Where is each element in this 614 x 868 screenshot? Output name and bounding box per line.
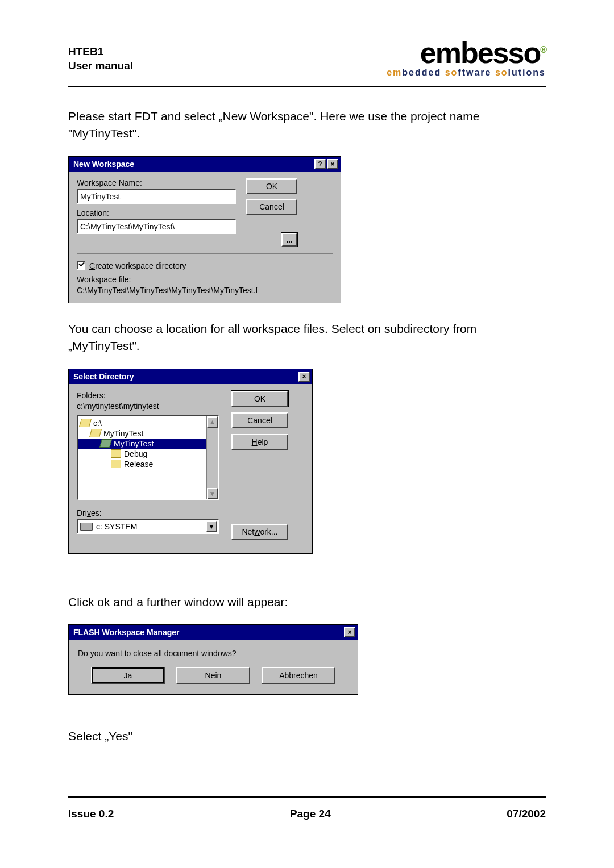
dropdown-icon[interactable]: ▼ (206, 521, 217, 532)
drives-label: Drives: (77, 508, 219, 518)
workspace-name-label: Workspace Name: (77, 178, 236, 187)
folder-tree[interactable]: c:\ MyTinyTest MyTinyTest Debug Release … (77, 415, 219, 500)
network-button[interactable]: Network... (231, 524, 288, 540)
footer-right: 07/2002 (507, 808, 546, 820)
close-icon[interactable]: × (298, 372, 310, 382)
scrollbar[interactable]: ▲ ▼ (206, 416, 218, 499)
select-directory-dialog: Select Directory × Folders: c:\mytinytes… (68, 369, 313, 554)
drive-value: c: SYSTEM (96, 522, 137, 531)
doc-id: HTEB1 (68, 44, 133, 59)
folder-open-icon (89, 429, 102, 437)
help-icon[interactable]: ? (314, 159, 326, 169)
folder-open-icon (99, 439, 112, 448)
nein-button[interactable]: Nein (176, 667, 250, 684)
close-icon[interactable]: × (327, 159, 338, 169)
ja-button[interactable]: Ja (91, 667, 165, 684)
browse-button[interactable]: ... (281, 233, 297, 247)
dialog-question: Do you want to close all document window… (78, 649, 349, 658)
tree-item-label: MyTinyTest (114, 439, 154, 448)
body-para: Please start FDT and select „New Workspa… (68, 108, 546, 143)
create-dir-label: Create workspace directory (89, 261, 186, 270)
folder-closed-icon (111, 460, 121, 468)
create-dir-checkbox[interactable] (77, 261, 85, 270)
doc-subtitle: User manual (68, 59, 133, 73)
tree-item-label: c:\ (93, 419, 102, 428)
divider (68, 86, 546, 87)
workspace-name-input[interactable]: MyTinyTest (77, 189, 236, 204)
flash-workspace-manager-dialog: FLASH Workspace Manager × Do you want to… (68, 624, 358, 695)
tree-item-label: Release (124, 460, 153, 469)
drive-icon (80, 523, 93, 531)
cancel-button[interactable]: Cancel (231, 412, 288, 428)
dialog-title: Select Directory (73, 372, 134, 381)
location-input[interactable]: C:\MyTinyTest\MyTinyTest\ (77, 219, 236, 234)
help-button[interactable]: Help (231, 434, 288, 450)
location-label: Location: (77, 208, 236, 218)
logo-text: embesso (420, 36, 540, 69)
footer-center: Page 24 (290, 808, 331, 820)
scroll-up-icon[interactable]: ▲ (207, 416, 218, 428)
logo: embesso® embedded software solutions (387, 40, 546, 78)
folders-label: Folders: (77, 391, 219, 400)
ok-button[interactable]: OK (231, 391, 288, 407)
folder-closed-icon (111, 449, 121, 458)
footer-left: Issue 0.2 (68, 808, 114, 820)
divider (68, 796, 546, 798)
close-icon[interactable]: × (344, 627, 355, 637)
workspace-file-value: C:\MyTinyTest\MyTinyTest\MyTinyTest\MyTi… (77, 286, 333, 295)
dialog-title: FLASH Workspace Manager (73, 628, 179, 637)
body-para: You can choose a location for all worksp… (68, 320, 546, 355)
workspace-file-label: Workspace file: (77, 275, 333, 284)
new-workspace-dialog: New Workspace ? × Workspace Name: MyTiny… (68, 156, 341, 303)
cancel-button[interactable]: Cancel (246, 199, 297, 215)
body-para: Select „Yes" (68, 728, 546, 745)
ok-button[interactable]: OK (246, 178, 297, 194)
abbrechen-button[interactable]: Abbrechen (262, 667, 335, 684)
scroll-down-icon[interactable]: ▼ (207, 488, 218, 499)
folder-open-icon (79, 419, 92, 427)
current-path: c:\mytinytest\mytinytest (77, 402, 219, 411)
tree-item-label: Debug (124, 449, 147, 458)
dialog-title: New Workspace (73, 160, 134, 169)
drive-select[interactable]: c: SYSTEM ▼ (77, 519, 219, 534)
tree-item-label: MyTinyTest (103, 429, 143, 438)
body-para: Click ok and a further window will appea… (68, 594, 546, 611)
